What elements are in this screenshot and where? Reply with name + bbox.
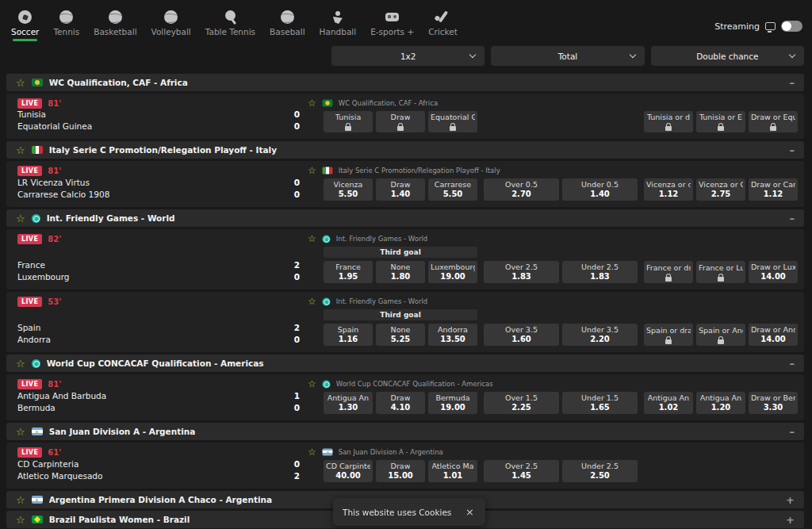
odds-button[interactable]: Draw 15.00 xyxy=(376,460,425,482)
favorite-star-icon[interactable]: ☆ xyxy=(308,447,316,457)
odds-button[interactable]: Antigua An 1.02 xyxy=(644,392,693,414)
odds-button[interactable]: CD Carpinte 40.00 xyxy=(324,460,373,482)
favorite-star-icon[interactable]: ☆ xyxy=(308,379,316,389)
odds-button[interactable]: Under 3.5 2.20 xyxy=(562,324,638,346)
tab-volleyball[interactable]: Volleyball xyxy=(147,7,196,40)
odds-button[interactable]: Carrarese 5.50 xyxy=(428,178,477,201)
odds-label: Draw xyxy=(391,113,411,122)
odds-button[interactable]: Antigua An 1.20 xyxy=(696,392,745,414)
close-icon[interactable]: × xyxy=(464,506,476,518)
away-team[interactable]: Bermuda xyxy=(17,402,270,414)
tab-handball[interactable]: Handball xyxy=(315,7,362,40)
home-team[interactable]: Antigua And Barbuda xyxy=(17,390,270,402)
section-header-italy-serie-c[interactable]: ☆ Italy Serie C Promotion/Relegation Pla… xyxy=(6,141,804,159)
odds-value: 15.00 xyxy=(388,471,413,481)
expand-icon[interactable]: + xyxy=(786,515,795,525)
odds-button[interactable]: Bermuda 19.00 xyxy=(428,392,477,414)
collapse-icon[interactable]: – xyxy=(790,427,795,437)
favorite-star-icon[interactable]: ☆ xyxy=(308,166,316,175)
section-header-caf[interactable]: ☆ WC Qualification, CAF - Africa – xyxy=(6,74,804,91)
odds-button[interactable]: Under 2.5 2.50 xyxy=(562,460,638,482)
tab-basketball[interactable]: Basketball xyxy=(89,7,141,40)
odds-button[interactable]: Over 1.5 2.25 xyxy=(484,392,559,414)
odds-button[interactable]: Spain or And xyxy=(696,324,745,346)
section-title: Int. Friendly Games - World xyxy=(47,213,783,223)
favorite-star-icon[interactable]: ☆ xyxy=(16,145,25,155)
odds-button[interactable]: Over 0.5 2.70 xyxy=(484,178,559,201)
odds-button[interactable]: France or Lu xyxy=(696,261,745,283)
collapse-icon[interactable]: – xyxy=(790,78,795,88)
away-team[interactable]: Luxembourg xyxy=(17,271,270,283)
expand-icon[interactable]: + xyxy=(786,495,795,505)
odds-button[interactable]: Tunisia or d xyxy=(644,111,693,132)
home-team[interactable]: Tunisia xyxy=(17,109,270,121)
away-team[interactable]: Andorra xyxy=(17,334,270,346)
favorite-star-icon[interactable]: ☆ xyxy=(16,427,25,437)
collapse-icon[interactable]: – xyxy=(790,145,795,155)
away-team[interactable]: Equatorial Guinea xyxy=(17,121,270,132)
tab-esports[interactable]: E-sports + xyxy=(366,7,419,40)
tab-soccer[interactable]: Soccer xyxy=(6,7,44,40)
favorite-star-icon[interactable]: ☆ xyxy=(16,515,25,525)
favorite-star-icon[interactable]: ☆ xyxy=(16,495,25,505)
favorite-star-icon[interactable]: ☆ xyxy=(16,78,25,88)
collapse-icon[interactable]: – xyxy=(790,213,795,224)
odds-button[interactable]: Draw or Equ xyxy=(749,111,798,132)
home-team[interactable]: CD Carpinteria xyxy=(17,458,270,470)
collapse-icon[interactable]: – xyxy=(790,358,795,369)
odds-button[interactable]: Tunisia or E xyxy=(696,111,745,132)
tab-table-tennis[interactable]: Table Tennis xyxy=(201,7,260,40)
odds-button[interactable]: Vicenza or d 1.12 xyxy=(644,178,693,201)
odds-button[interactable]: Draw or Lux 14.00 xyxy=(749,261,798,283)
odds-button[interactable]: Vicenza or C 2.75 xyxy=(696,178,745,201)
odds-button[interactable]: Spain or dra xyxy=(644,324,693,346)
odds-button[interactable]: None 5.25 xyxy=(376,324,425,346)
market-dropdown-double-chance[interactable]: Double chance xyxy=(651,46,804,66)
globe-icon xyxy=(322,297,330,305)
favorite-star-icon[interactable]: ☆ xyxy=(308,297,316,306)
section-header-concacaf[interactable]: ☆ World Cup CONCACAF Qualification - Ame… xyxy=(6,355,804,372)
home-team[interactable]: Spain xyxy=(17,322,270,334)
away-team[interactable]: Atletico Marquesado xyxy=(17,470,270,482)
odds-button[interactable]: Under 0.5 1.40 xyxy=(562,178,638,201)
odds-button[interactable]: Luxembourg 19.00 xyxy=(428,261,477,283)
odds-button[interactable]: Spain 1.16 xyxy=(324,324,373,346)
odds-button[interactable]: Antigua An 1.30 xyxy=(324,392,373,414)
odds-button[interactable]: Tunisia xyxy=(324,111,373,132)
odds-button[interactable]: Draw 4.10 xyxy=(376,392,425,414)
odds-button[interactable]: Vicenza 5.50 xyxy=(324,178,373,201)
odds-value: 2.50 xyxy=(590,471,610,481)
odds-value: 1.02 xyxy=(659,403,679,412)
tab-cricket[interactable]: Cricket xyxy=(423,7,462,40)
odds-button[interactable]: Under 2.5 1.83 xyxy=(562,261,638,283)
odds-button[interactable]: Draw or Ber 3.30 xyxy=(749,392,798,414)
section-header-san-juan[interactable]: ☆ San Juan Division A - Argentina – xyxy=(6,423,804,440)
odds-button[interactable]: Equatorial G xyxy=(428,111,477,132)
odds-button[interactable]: None 1.80 xyxy=(376,261,425,283)
odds-button[interactable]: France 1.95 xyxy=(324,261,373,283)
tab-baseball[interactable]: Baseball xyxy=(265,7,310,40)
odds-button[interactable]: Draw xyxy=(376,111,425,132)
odds-button[interactable]: Draw 1.40 xyxy=(376,178,425,201)
odds-button[interactable]: Draw or And 14.00 xyxy=(749,324,798,346)
streaming-toggle[interactable] xyxy=(781,21,802,32)
home-team[interactable]: LR Vicenza Virtus xyxy=(17,177,270,189)
odds-button[interactable]: Atletico Ma 1.01 xyxy=(428,460,477,482)
odds-button[interactable]: Andorra 13.50 xyxy=(428,324,477,346)
home-team[interactable]: France xyxy=(17,259,270,271)
favorite-star-icon[interactable]: ☆ xyxy=(16,358,25,369)
favorite-star-icon[interactable]: ☆ xyxy=(16,213,25,224)
away-team[interactable]: Carrarese Calcio 1908 xyxy=(17,189,270,201)
odds-button[interactable]: Over 2.5 1.83 xyxy=(484,261,559,283)
market-dropdown-1x2[interactable]: 1x2 xyxy=(331,46,485,66)
odds-button[interactable]: Draw or Car 1.12 xyxy=(749,178,798,201)
odds-button[interactable]: Under 1.5 1.65 xyxy=(562,392,638,414)
odds-button[interactable]: France or dr xyxy=(644,261,693,283)
odds-button[interactable]: Over 2.5 1.45 xyxy=(484,460,559,482)
section-header-int-friendly[interactable]: ☆ Int. Friendly Games - World – xyxy=(6,209,804,227)
tab-tennis[interactable]: Tennis xyxy=(48,7,84,40)
odds-button[interactable]: Over 3.5 1.60 xyxy=(484,324,559,346)
favorite-star-icon[interactable]: ☆ xyxy=(308,98,316,108)
market-dropdown-total[interactable]: Total xyxy=(491,46,644,66)
favorite-star-icon[interactable]: ☆ xyxy=(308,234,316,243)
